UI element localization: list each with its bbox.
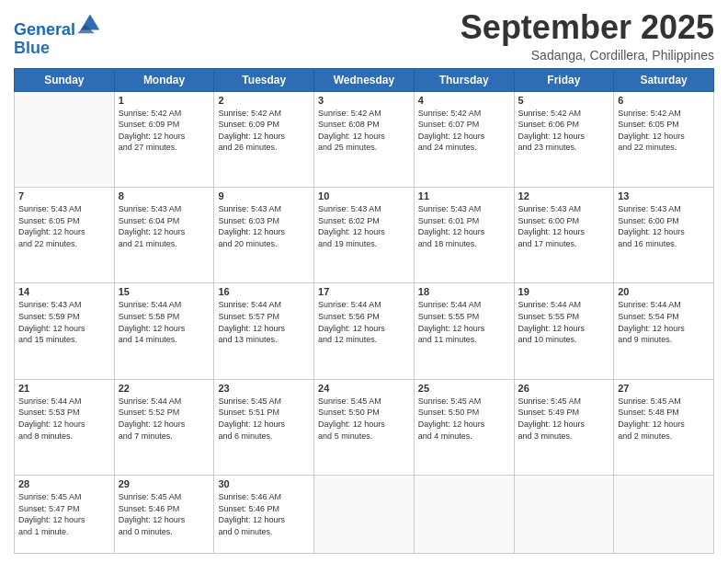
calendar-day-cell: 26Sunrise: 5:45 AM Sunset: 5:49 PM Dayli… [514,379,614,475]
calendar-day-cell: 2Sunrise: 5:42 AM Sunset: 6:09 PM Daylig… [214,91,314,187]
day-info: Sunrise: 5:44 AM Sunset: 5:58 PM Dayligh… [119,299,210,345]
calendar-day-cell: 20Sunrise: 5:44 AM Sunset: 5:54 PM Dayli… [614,283,714,379]
day-number: 29 [119,478,210,489]
day-info: Sunrise: 5:45 AM Sunset: 5:46 PM Dayligh… [119,491,210,537]
calendar-day-cell: 27Sunrise: 5:45 AM Sunset: 5:48 PM Dayli… [614,379,714,475]
day-number: 7 [18,190,110,201]
day-info: Sunrise: 5:43 AM Sunset: 6:00 PM Dayligh… [618,203,710,249]
day-number: 2 [218,95,310,106]
day-number: 30 [218,478,310,489]
day-number: 6 [618,95,710,106]
day-info: Sunrise: 5:45 AM Sunset: 5:47 PM Dayligh… [18,491,110,537]
calendar-day-cell [514,476,614,554]
day-info: Sunrise: 5:43 AM Sunset: 6:02 PM Dayligh… [318,203,410,249]
day-number: 22 [119,383,210,394]
day-number: 5 [518,95,610,106]
calendar-week-row: 14Sunrise: 5:43 AM Sunset: 5:59 PM Dayli… [15,283,714,379]
day-number: 3 [318,95,410,106]
weekday-header: Monday [114,68,214,91]
calendar-day-cell: 30Sunrise: 5:46 AM Sunset: 5:46 PM Dayli… [214,476,314,554]
calendar-day-cell: 23Sunrise: 5:45 AM Sunset: 5:51 PM Dayli… [214,379,314,475]
day-number: 28 [18,478,110,489]
day-info: Sunrise: 5:45 AM Sunset: 5:50 PM Dayligh… [418,396,510,442]
calendar-day-cell [414,476,514,554]
calendar-day-cell: 15Sunrise: 5:44 AM Sunset: 5:58 PM Dayli… [114,283,214,379]
logo-text: General [14,13,103,40]
day-info: Sunrise: 5:42 AM Sunset: 6:05 PM Dayligh… [618,108,710,154]
day-number: 13 [618,190,710,201]
day-info: Sunrise: 5:43 AM Sunset: 6:03 PM Dayligh… [218,203,310,249]
weekday-header: Friday [514,68,614,91]
day-info: Sunrise: 5:42 AM Sunset: 6:06 PM Dayligh… [518,108,610,154]
calendar-day-cell: 4Sunrise: 5:42 AM Sunset: 6:07 PM Daylig… [414,91,514,187]
day-info: Sunrise: 5:45 AM Sunset: 5:48 PM Dayligh… [618,396,710,442]
weekday-header: Saturday [614,68,714,91]
day-info: Sunrise: 5:45 AM Sunset: 5:49 PM Dayligh… [518,396,610,442]
calendar-day-cell: 11Sunrise: 5:43 AM Sunset: 6:01 PM Dayli… [414,188,514,283]
day-info: Sunrise: 5:43 AM Sunset: 6:04 PM Dayligh… [119,203,210,249]
calendar-day-cell: 10Sunrise: 5:43 AM Sunset: 6:02 PM Dayli… [314,188,415,283]
calendar-week-row: 21Sunrise: 5:44 AM Sunset: 5:53 PM Dayli… [15,379,714,475]
day-number: 20 [618,286,710,297]
day-info: Sunrise: 5:44 AM Sunset: 5:53 PM Dayligh… [18,396,110,442]
calendar-week-row: 7Sunrise: 5:43 AM Sunset: 6:05 PM Daylig… [15,188,714,283]
calendar-day-cell: 29Sunrise: 5:45 AM Sunset: 5:46 PM Dayli… [114,476,214,554]
day-number: 8 [119,190,210,201]
day-number: 24 [318,383,410,394]
day-info: Sunrise: 5:43 AM Sunset: 6:05 PM Dayligh… [18,203,110,249]
day-info: Sunrise: 5:42 AM Sunset: 6:07 PM Dayligh… [418,108,510,154]
day-number: 9 [218,190,310,201]
day-number: 4 [418,95,510,106]
calendar-day-cell [314,476,415,554]
logo-blue: Blue [14,40,103,58]
day-number: 19 [518,286,610,297]
day-number: 16 [218,286,310,297]
calendar-day-cell: 8Sunrise: 5:43 AM Sunset: 6:04 PM Daylig… [114,188,214,283]
calendar-day-cell: 13Sunrise: 5:43 AM Sunset: 6:00 PM Dayli… [614,188,714,283]
day-info: Sunrise: 5:44 AM Sunset: 5:56 PM Dayligh… [318,299,410,345]
day-info: Sunrise: 5:43 AM Sunset: 6:01 PM Dayligh… [418,203,510,249]
logo: General Blue [14,13,103,58]
subtitle: Sadanga, Cordillera, Philippines [461,48,714,63]
day-number: 12 [518,190,610,201]
day-number: 14 [18,286,110,297]
day-number: 18 [418,286,510,297]
day-number: 25 [418,383,510,394]
calendar-day-cell: 19Sunrise: 5:44 AM Sunset: 5:55 PM Dayli… [514,283,614,379]
calendar-week-row: 1Sunrise: 5:42 AM Sunset: 6:09 PM Daylig… [15,91,714,187]
calendar-day-cell: 14Sunrise: 5:43 AM Sunset: 5:59 PM Dayli… [15,283,115,379]
day-info: Sunrise: 5:43 AM Sunset: 6:00 PM Dayligh… [518,203,610,249]
header: General Blue September 2025 Sadanga, Cor… [14,9,714,63]
day-number: 15 [119,286,210,297]
day-info: Sunrise: 5:44 AM Sunset: 5:54 PM Dayligh… [618,299,710,345]
calendar-day-cell: 1Sunrise: 5:42 AM Sunset: 6:09 PM Daylig… [114,91,214,187]
day-info: Sunrise: 5:44 AM Sunset: 5:55 PM Dayligh… [518,299,610,345]
calendar-day-cell: 17Sunrise: 5:44 AM Sunset: 5:56 PM Dayli… [314,283,415,379]
calendar-day-cell: 28Sunrise: 5:45 AM Sunset: 5:47 PM Dayli… [15,476,115,554]
calendar-day-cell: 7Sunrise: 5:43 AM Sunset: 6:05 PM Daylig… [15,188,115,283]
weekday-header: Sunday [15,68,115,91]
calendar-day-cell [614,476,714,554]
month-title: September 2025 [461,9,714,46]
day-number: 10 [318,190,410,201]
day-number: 11 [418,190,510,201]
calendar-day-cell: 9Sunrise: 5:43 AM Sunset: 6:03 PM Daylig… [214,188,314,283]
day-number: 23 [218,383,310,394]
logo-general: General [14,20,75,39]
weekday-header: Wednesday [314,68,415,91]
calendar-day-cell: 24Sunrise: 5:45 AM Sunset: 5:50 PM Dayli… [314,379,415,475]
day-info: Sunrise: 5:44 AM Sunset: 5:55 PM Dayligh… [418,299,510,345]
day-info: Sunrise: 5:44 AM Sunset: 5:52 PM Dayligh… [119,396,210,442]
calendar-day-cell: 5Sunrise: 5:42 AM Sunset: 6:06 PM Daylig… [514,91,614,187]
logo-icon [77,9,103,35]
calendar-day-cell: 22Sunrise: 5:44 AM Sunset: 5:52 PM Dayli… [114,379,214,475]
day-info: Sunrise: 5:42 AM Sunset: 6:09 PM Dayligh… [119,108,210,154]
day-info: Sunrise: 5:42 AM Sunset: 6:09 PM Dayligh… [218,108,310,154]
weekday-header: Thursday [414,68,514,91]
calendar-header-row: SundayMondayTuesdayWednesdayThursdayFrid… [15,68,714,91]
weekday-header: Tuesday [214,68,314,91]
calendar-day-cell: 18Sunrise: 5:44 AM Sunset: 5:55 PM Dayli… [414,283,514,379]
calendar-day-cell: 6Sunrise: 5:42 AM Sunset: 6:05 PM Daylig… [614,91,714,187]
day-number: 17 [318,286,410,297]
day-info: Sunrise: 5:45 AM Sunset: 5:50 PM Dayligh… [318,396,410,442]
